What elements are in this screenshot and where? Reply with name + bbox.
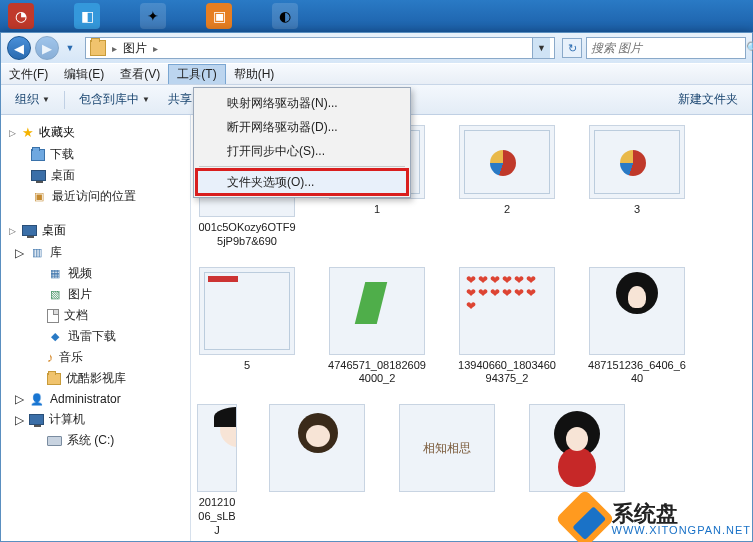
sidebar-libraries[interactable]: ▷▥库 [1, 242, 190, 263]
disk-icon [47, 436, 62, 446]
desktop-icon [31, 170, 46, 181]
sidebar-downloads[interactable]: 下载 [1, 144, 190, 165]
taskbar-icon-4: ▣ [206, 3, 232, 29]
taskbar-icon-5: ◐ [272, 3, 298, 29]
address-dropdown[interactable]: ▼ [532, 38, 550, 58]
breadcrumb-sep: ▸ [112, 43, 117, 54]
explorer-window: ◀ ▶ ▼ ▸ 图片 ▸ ▼ ↻ 🔍 文件(F) 编辑(E) 查看(V) 工具(… [0, 32, 753, 542]
video-icon: ▦ [47, 266, 63, 282]
menu-help[interactable]: 帮助(H) [226, 64, 283, 84]
menu-edit[interactable]: 编辑(E) [56, 64, 112, 84]
file-caption: 1 [374, 203, 380, 217]
folder-icon [31, 149, 45, 161]
document-icon [47, 309, 59, 323]
thumbnail-image [459, 125, 555, 199]
search-icon: 🔍 [746, 41, 753, 55]
file-item[interactable] [397, 404, 497, 537]
menu-map-drive[interactable]: 映射网络驱动器(N)... [197, 91, 407, 115]
file-caption: 3 [634, 203, 640, 217]
sidebar-music[interactable]: ♪音乐 [1, 347, 190, 368]
watermark-logo [555, 489, 614, 542]
music-icon: ♪ [47, 350, 54, 365]
sidebar-cdrive[interactable]: 系统 (C:) [1, 430, 190, 451]
taskbar-icon-3: ✦ [140, 3, 166, 29]
file-caption: 001c5OKozy6OTF95jP9b7&690 [197, 221, 297, 249]
toolbar-organize[interactable]: 组织▼ [9, 89, 56, 110]
background-taskbar: ◔ ◧ ✦ ▣ ◐ [0, 0, 753, 32]
thumbnail-image [269, 404, 365, 492]
history-dropdown[interactable]: ▼ [63, 36, 77, 60]
address-bar[interactable]: ▸ 图片 ▸ ▼ [85, 37, 555, 59]
menu-tools[interactable]: 工具(T) [168, 64, 225, 84]
file-item[interactable]: 20121006_sLBJ [197, 404, 237, 537]
sidebar-favorites[interactable]: ▷★收藏夹 [1, 121, 190, 144]
sidebar-youku[interactable]: 优酷影视库 [1, 368, 190, 389]
search-box[interactable]: 🔍 [586, 37, 746, 59]
file-item[interactable]: 2 [457, 125, 557, 249]
thumbnail-image [199, 267, 295, 355]
file-item[interactable]: 5 [197, 267, 297, 387]
thumbnail-image [459, 267, 555, 355]
thumbnail-image [589, 267, 685, 355]
file-caption: 4746571_081826094000_2 [327, 359, 427, 387]
file-caption: 20121006_sLBJ [197, 496, 237, 537]
breadcrumb-folder[interactable]: 图片 [123, 40, 147, 57]
thumbnail-image [529, 404, 625, 492]
desktop-icon [22, 225, 37, 236]
sidebar-documents[interactable]: 文档 [1, 305, 190, 326]
library-icon: ▥ [29, 245, 45, 261]
titlebar: ◀ ▶ ▼ ▸ 图片 ▸ ▼ ↻ 🔍 [1, 33, 752, 63]
file-caption: 5 [244, 359, 250, 373]
watermark: 系统盘 WWW.XITONGPAN.NET [564, 498, 751, 540]
sidebar-desktop-group[interactable]: ▷桌面 [1, 219, 190, 242]
xunlei-icon: ◆ [47, 329, 63, 345]
thumbnail-image [399, 404, 495, 492]
sidebar-xunlei[interactable]: ◆迅雷下载 [1, 326, 190, 347]
tools-menu-panel: 映射网络驱动器(N)... 断开网络驱动器(D)... 打开同步中心(S)...… [193, 87, 411, 198]
refresh-button[interactable]: ↻ [562, 38, 582, 58]
menu-disconnect-drive[interactable]: 断开网络驱动器(D)... [197, 115, 407, 139]
thumbnail-image [329, 267, 425, 355]
folder-icon [47, 373, 61, 385]
search-input[interactable] [591, 41, 742, 55]
sidebar-videos[interactable]: ▦视频 [1, 263, 190, 284]
folder-icon [90, 40, 106, 56]
taskbar-icon-2: ◧ [74, 3, 100, 29]
menu-folder-options[interactable]: 文件夹选项(O)... [197, 170, 407, 194]
forward-button[interactable]: ▶ [35, 36, 59, 60]
sidebar-computer[interactable]: ▷计算机 [1, 409, 190, 430]
recent-icon: ▣ [31, 189, 47, 205]
taskbar-icon-1: ◔ [8, 3, 34, 29]
file-caption: 487151236_6406_640 [587, 359, 687, 387]
user-icon: 👤 [29, 391, 45, 407]
computer-icon [29, 414, 44, 425]
menu-view[interactable]: 查看(V) [112, 64, 168, 84]
menu-open-sync[interactable]: 打开同步中心(S)... [197, 139, 407, 163]
file-caption: 13940660_180346094375_2 [457, 359, 557, 387]
toolbar-newfolder[interactable]: 新建文件夹 [672, 89, 744, 110]
sidebar-recent[interactable]: ▣最近访问的位置 [1, 186, 190, 207]
thumbnail-image [197, 404, 237, 492]
file-item[interactable]: 13940660_180346094375_2 [457, 267, 557, 387]
breadcrumb-sep2: ▸ [153, 43, 158, 54]
menu-separator [199, 166, 405, 167]
watermark-url: WWW.XITONGPAN.NET [612, 525, 751, 536]
toolbar-include[interactable]: 包含到库中▼ [73, 89, 156, 110]
watermark-brand: 系统盘 [612, 503, 751, 525]
navigation-pane: ▷★收藏夹 下载 桌面 ▣最近访问的位置 ▷桌面 ▷▥库 ▦视频 ▧图片 文档 … [1, 115, 191, 541]
file-item[interactable]: 487151236_6406_640 [587, 267, 687, 387]
picture-icon: ▧ [47, 287, 63, 303]
menu-file[interactable]: 文件(F) [1, 64, 56, 84]
toolbar-sep [64, 91, 65, 109]
menubar: 文件(F) 编辑(E) 查看(V) 工具(T) 帮助(H) [1, 63, 752, 85]
file-item[interactable] [267, 404, 367, 537]
sidebar-desktop[interactable]: 桌面 [1, 165, 190, 186]
file-item[interactable]: 3 [587, 125, 687, 249]
back-button[interactable]: ◀ [7, 36, 31, 60]
file-caption: 2 [504, 203, 510, 217]
file-item[interactable]: 4746571_081826094000_2 [327, 267, 427, 387]
sidebar-admin[interactable]: ▷👤Administrator [1, 389, 190, 409]
thumbnail-image [589, 125, 685, 199]
sidebar-pictures[interactable]: ▧图片 [1, 284, 190, 305]
star-icon: ★ [22, 125, 34, 140]
